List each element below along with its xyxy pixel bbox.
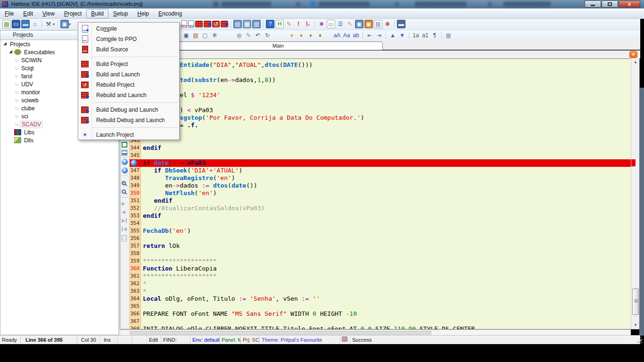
rebuild-project-tb-icon[interactable]: ↺ bbox=[212, 21, 220, 27]
indent-right-icon[interactable]: ⇥ bbox=[375, 31, 383, 40]
code-line-364[interactable]: 364Local oDlg, oFont, Titulo := 'Senha',… bbox=[130, 295, 631, 303]
build-launch-tb-icon[interactable] bbox=[204, 21, 211, 27]
line-number[interactable]: 363 bbox=[130, 288, 141, 295]
move-line-up-icon[interactable]: ▲ bbox=[388, 31, 397, 40]
code-line-355[interactable]: 355FechaDb('en') bbox=[130, 227, 631, 235]
line-number[interactable]: 366 bbox=[130, 310, 141, 318]
goto-grid-icon[interactable]: ▦ bbox=[444, 31, 453, 40]
bookmark-toggle-icon[interactable]: ♦ bbox=[288, 31, 296, 40]
maximize-button[interactable] bbox=[602, 0, 618, 8]
build-menu-item-build-source[interactable]: IOIOBuild Source bbox=[78, 44, 179, 55]
code-line-350[interactable]: 350 NetFlush('en') bbox=[130, 189, 631, 197]
rebuild-launch-tb-icon[interactable] bbox=[221, 21, 228, 27]
line-number[interactable]: 344 bbox=[130, 144, 141, 152]
code-line-351[interactable]: 351 endif bbox=[130, 197, 631, 205]
tree-expander-icon[interactable]: ▷ bbox=[15, 114, 20, 119]
copy-icon[interactable]: ▣ bbox=[182, 31, 190, 40]
code-line-368[interactable]: 368INIT DIALOG oDlg CLIPPER NOEXIT TITLE… bbox=[130, 325, 631, 329]
panel-orange-icon[interactable]: ▣ bbox=[364, 20, 373, 28]
bookmark-next-icon[interactable]: ♦ bbox=[297, 31, 305, 40]
code-text[interactable]: FechaDb('en') bbox=[141, 227, 631, 235]
tree-expander-icon[interactable]: ▷ bbox=[15, 98, 20, 103]
menu-view[interactable]: View bbox=[38, 9, 59, 18]
tree-expander-icon[interactable]: ▷ bbox=[15, 66, 20, 71]
nav-forward-icon[interactable]: ▶ bbox=[122, 201, 125, 206]
build-menu-item-build-project[interactable]: Build Project bbox=[78, 59, 179, 69]
show-display-icon[interactable]: ▬ bbox=[21, 20, 30, 28]
code-line-348[interactable]: 348 TravaRegistro('en') bbox=[130, 174, 631, 182]
code-text[interactable]: ******************** bbox=[141, 257, 631, 265]
code-line-336[interactable]: 336 bbox=[130, 84, 631, 91]
line-number[interactable]: 351 bbox=[130, 197, 141, 205]
code-text[interactable]: if date() > vPa03 bbox=[141, 159, 631, 167]
scroll-down-icon[interactable]: ▼ bbox=[632, 321, 639, 329]
function-list-icon[interactable]: f bbox=[294, 20, 303, 28]
line-number[interactable]: 358 bbox=[130, 250, 141, 257]
case-upper-icon[interactable]: aA bbox=[333, 31, 341, 40]
code-line-346[interactable]: 346if date() > vPa03 bbox=[130, 159, 631, 167]
code-line-366[interactable]: 366PREPARE FONT oFont NAME "MS Sans Seri… bbox=[130, 310, 631, 318]
code-line-340[interactable]: 340 sgstop('Por Favor, Corrija a Data Do… bbox=[130, 114, 631, 122]
close-button[interactable]: x bbox=[619, 0, 640, 8]
code-text[interactable]: PREPARE FONT oFont NAME "MS Sans Serif" … bbox=[141, 310, 631, 318]
function-tags-icon[interactable]: fₙ bbox=[304, 20, 312, 28]
compile-ioio-icon[interactable]: IOIO bbox=[188, 20, 194, 28]
code-text[interactable]: Function LiberaCopia bbox=[141, 265, 631, 272]
move-line-down-icon[interactable]: ▼ bbox=[398, 31, 406, 40]
minimize-button[interactable] bbox=[585, 0, 601, 8]
help-icon[interactable]: ? bbox=[266, 20, 274, 28]
code-text[interactable] bbox=[141, 318, 631, 325]
line-number[interactable]: 355 bbox=[130, 227, 141, 235]
code-text[interactable]: Local oDlg, oFont, Titulo := 'Senha', vS… bbox=[141, 295, 631, 303]
code-text[interactable]: endif bbox=[141, 197, 631, 205]
code-text[interactable]: sgstop('Por Favor, Corrija a Data Do Com… bbox=[141, 114, 631, 122]
line-number[interactable]: 364 bbox=[130, 295, 141, 303]
layout-center-icon[interactable]: ▦ bbox=[243, 20, 251, 28]
code-line-361[interactable]: 361******************** bbox=[130, 272, 631, 280]
build-menu-item-rebuild-debug-and-launch[interactable]: Rebuild Debug and Launch bbox=[78, 115, 179, 125]
code-text[interactable]: //AtualizarContasSaldos(vPa03) bbox=[141, 205, 631, 212]
nav-back-end-icon[interactable]: ◀ bbox=[122, 227, 127, 231]
code-line-352[interactable]: 352 //AtualizarContasSaldos(vPa03) bbox=[130, 205, 631, 212]
code-text[interactable]: if DbSeek('DIA'+'ATUAL') bbox=[141, 167, 631, 174]
code-line-359[interactable]: 359******************** bbox=[130, 257, 631, 265]
menu-edit[interactable]: Edit bbox=[18, 9, 38, 18]
code-text[interactable] bbox=[141, 152, 631, 159]
tree-expander-icon[interactable]: ▷ bbox=[15, 58, 20, 63]
line-number[interactable]: 368 bbox=[130, 325, 141, 329]
format-code-icon[interactable]: ✲ bbox=[210, 31, 219, 40]
line-number[interactable]: 361 bbox=[130, 272, 141, 280]
select-block-icon[interactable]: ▢ bbox=[201, 31, 209, 40]
tree-expander-icon[interactable]: ▷ bbox=[15, 74, 20, 79]
code-text[interactable]: el $ '1234' bbox=[141, 91, 631, 99]
find-icon[interactable]: ◎ bbox=[235, 31, 243, 40]
code-text[interactable]: TravaRegistro('en') bbox=[141, 174, 631, 182]
code-text[interactable]: Entidade("DIA","ATUAL",dtos(DATE())) bbox=[141, 61, 631, 69]
line-number[interactable]: 359 bbox=[130, 257, 141, 265]
tools-menu-icon[interactable]: ⚒ bbox=[44, 20, 53, 28]
tree-expander-icon[interactable]: ▷ bbox=[15, 82, 20, 87]
code-text[interactable] bbox=[141, 99, 631, 107]
home-icon[interactable]: ⌂ bbox=[31, 20, 39, 28]
sort-az-icon[interactable]: 1a bbox=[412, 31, 420, 40]
code-line-363[interactable]: 363* bbox=[130, 288, 631, 295]
code-text[interactable] bbox=[141, 69, 631, 76]
line-number[interactable]: 360 bbox=[130, 265, 141, 272]
line-number[interactable]: 350 bbox=[130, 189, 141, 197]
layout-left-icon[interactable]: ▤ bbox=[233, 20, 242, 28]
harbour-doc-icon[interactable]: H bbox=[275, 20, 284, 28]
line-number[interactable]: 349 bbox=[130, 182, 141, 189]
zoom-in-icon[interactable] bbox=[122, 181, 126, 185]
code-text[interactable]: * bbox=[141, 280, 631, 288]
list-properties-icon[interactable]: ☰ bbox=[336, 20, 345, 28]
line-number[interactable]: 365 bbox=[130, 303, 141, 310]
code-text[interactable]: INIT DIALOG oDlg CLIPPER NOEXIT TITLE Ti… bbox=[141, 325, 631, 329]
case-title-icon[interactable]: ab bbox=[352, 31, 360, 40]
line-number[interactable]: 356 bbox=[130, 235, 141, 242]
code-text[interactable]: endif bbox=[141, 212, 631, 220]
line-number[interactable]: 367 bbox=[130, 318, 141, 325]
paragraph-marks-icon[interactable]: ¶ bbox=[430, 31, 439, 40]
build-menu-item-compile[interactable]: IOIOCompile bbox=[78, 24, 179, 34]
debug-bug-icon[interactable]: ✻ bbox=[383, 20, 392, 28]
nav-back-icon[interactable]: ◀ bbox=[122, 210, 125, 214]
